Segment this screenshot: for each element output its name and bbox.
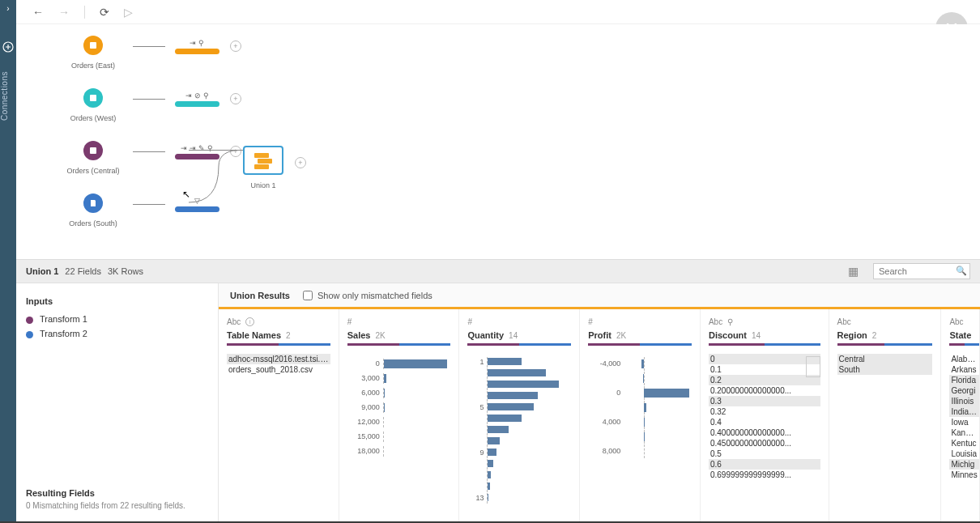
hist-row[interactable] [467,414,571,423]
hist-row[interactable] [467,482,571,491]
add-step-button[interactable]: + [230,93,241,104]
value-item[interactable]: Iowa [949,417,979,427]
datasource-icon [83,193,103,213]
svg-rect-3 [90,147,96,154]
source-label: Orders (East) [71,62,115,70]
hist-row[interactable]: -4,000 [588,357,692,370]
card-discount[interactable]: Abc⚲ Discount14 00.10.20.200000000000000… [701,309,829,523]
card-sales[interactable]: # Sales2K 03,0006,0009,00012,00015,00018… [339,309,460,523]
value-item[interactable]: 0.4 [709,417,820,427]
value-item[interactable]: Georgi [949,385,979,396]
field-count: 22 Fields [65,266,101,276]
hist-row[interactable]: 18,000 [347,444,451,457]
datasource-icon [83,141,103,160]
hist-row[interactable] [588,372,692,385]
add-connection-button[interactable] [0,39,16,55]
hist-row[interactable] [467,459,571,469]
value-item[interactable]: 0.32 [709,406,820,417]
hist-row[interactable]: 13 [467,493,571,503]
hist-row[interactable] [467,470,571,480]
input-transform-2[interactable]: Transform 2 [26,329,208,338]
value-item[interactable]: Central [837,354,933,364]
value-item[interactable]: 0.400000000000000... [709,427,820,438]
hist-row[interactable]: 8,000 [588,444,692,457]
add-step-button[interactable]: + [295,157,306,168]
value-item[interactable]: Illinois [949,396,979,406]
value-item[interactable]: Kentuc [949,438,979,449]
input-transform-1[interactable]: Transform 1 [26,314,208,324]
value-item[interactable]: Indiana [949,406,979,417]
card-quantity[interactable]: # Quantity14 15913 [459,309,580,523]
back-button[interactable]: ← [32,6,44,19]
refresh-button[interactable]: ⟳ [100,6,109,19]
flow-canvas[interactable]: Orders (East) ⇥⚲ + Orders (West) ⇥⊘⚲ + O… [16,24,980,259]
union-node[interactable]: Union 1 [243,146,283,189]
card-region[interactable]: Abc Region2 CentralSouth [829,309,942,523]
hist-row[interactable]: 5 [467,402,571,412]
hist-row[interactable]: 1 [467,357,571,367]
profile-pane: Inputs Transform 1 Transform 2 Resulting… [16,283,980,523]
run-flow-button[interactable]: ▷ [124,6,133,19]
field-search[interactable]: 🔍 [873,263,970,279]
value-item[interactable]: Arkans [949,364,979,375]
inputs-panel: Inputs Transform 1 Transform 2 Resulting… [16,283,219,523]
forward-button[interactable]: → [58,6,70,19]
value-item[interactable]: Kansas [949,427,979,438]
source-orders-east[interactable]: Orders (East) [57,36,130,70]
hist-row[interactable]: 3,000 [347,372,451,385]
value-item[interactable]: adhoc-mssql2016.test.tsi.l... [227,354,330,364]
top-toolbar: ← → ⟳ ▷ [16,0,980,24]
clean-step-east[interactable]: ⇥⚲ [168,39,225,54]
hist-row[interactable] [467,368,571,378]
value-item[interactable]: Michig [949,459,979,470]
value-item[interactable]: orders_south_2018.csv [227,364,330,375]
value-item[interactable]: Louisia [949,449,979,459]
mismatched-checkbox[interactable] [303,291,313,300]
hist-row[interactable]: 6,000 [347,386,451,399]
hist-row[interactable] [467,436,571,446]
value-item[interactable]: 0.5 [709,449,820,459]
source-orders-south[interactable]: Orders (South) [57,193,130,227]
mismatched-toggle[interactable]: Show only mismatched fields [303,291,432,300]
source-label: Orders (South) [69,219,117,227]
clean-step-west[interactable]: ⇥⊘⚲ [168,91,225,107]
hist-row[interactable]: 9,000 [347,401,451,414]
value-item[interactable]: Alabam [949,354,979,364]
source-orders-central[interactable]: Orders (Central) [57,141,130,175]
view-toggle-button[interactable]: ▦ [848,265,859,278]
hist-row[interactable]: 15,000 [347,430,451,443]
hist-row[interactable]: 0 [347,357,451,370]
value-item[interactable]: 0.699999999999999... [709,470,820,480]
value-item[interactable]: 0.200000000000000... [709,385,820,396]
union-label: Union 1 [250,181,275,189]
union-results-tab[interactable]: Union Results [230,291,290,300]
value-item[interactable]: 0.3 [709,396,820,406]
hist-row[interactable] [588,430,692,443]
hist-row[interactable]: 0 [588,386,692,399]
hist-row[interactable] [467,391,571,401]
card-profit[interactable]: # Profit2K -4,00004,0008,000 [580,309,701,523]
hist-row[interactable] [467,425,571,435]
hist-row[interactable] [467,380,571,389]
value-item[interactable]: 0.1 [709,364,820,375]
value-item[interactable]: 0.450000000000000... [709,438,820,449]
profile-cards: Abci Table Names2 adhoc-mssql2016.test.t… [219,309,980,523]
value-item[interactable]: Minnes [949,470,979,480]
hist-row[interactable]: 12,000 [347,415,451,428]
expand-sidebar-button[interactable]: › [0,0,16,16]
resulting-fields-sub: 0 Mismatching fields from 22 resulting f… [26,501,208,510]
scroll-minimap[interactable] [806,356,820,377]
value-item[interactable]: Florida [949,375,979,385]
card-state[interactable]: Abc State AlabamArkansFloridaGeorgiIllin… [941,309,980,523]
add-step-button[interactable]: + [230,40,241,52]
hist-row[interactable] [588,401,692,414]
hist-row[interactable]: 4,000 [588,415,692,428]
value-item[interactable]: South [837,364,933,375]
source-orders-west[interactable]: Orders (West) [57,88,130,122]
value-item[interactable]: 0.2 [709,375,820,385]
info-icon[interactable]: i [245,317,254,326]
value-item[interactable]: 0 [709,354,820,364]
value-item[interactable]: 0.6 [709,459,820,470]
hist-row[interactable]: 9 [467,448,571,457]
card-table-names[interactable]: Abci Table Names2 adhoc-mssql2016.test.t… [219,309,339,523]
